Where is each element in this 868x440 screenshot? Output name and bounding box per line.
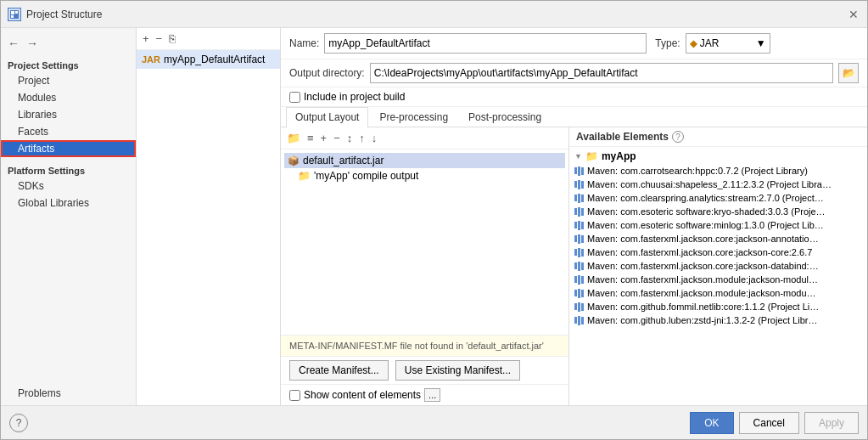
middle-toolbar: + − ⎘: [137, 28, 280, 50]
maven-icon-7: [574, 262, 584, 271]
tree-item-jar[interactable]: 📦 default_artifact.jar: [284, 153, 565, 168]
avail-item-0[interactable]: Maven: com.carrotsearch:hppc:0.7.2 (Proj…: [571, 164, 865, 178]
avail-item-6[interactable]: Maven: com.fasterxml.jackson.core:jackso…: [571, 245, 865, 259]
avail-item-4[interactable]: Maven: com.esoteric software:minlog:1.3.…: [571, 218, 865, 232]
avail-item-label-10: Maven: com.github.fommil.netlib:core:1.1…: [587, 302, 819, 312]
sidebar: ← → Project Settings Project Modules Lib…: [1, 28, 137, 405]
avail-item-1[interactable]: Maven: com.chuusai:shapeless_2.11:2.3.2 …: [571, 178, 865, 191]
tab-post-processing[interactable]: Post-processing: [459, 107, 551, 127]
tab-output-layout[interactable]: Output Layout: [286, 107, 368, 127]
name-input[interactable]: [324, 33, 647, 54]
available-parent-myapp[interactable]: ▼ 📁 myApp: [571, 149, 865, 164]
artifact-name: myApp_DefaultArtifact: [164, 54, 265, 65]
avail-item-label-1: Maven: com.chuusai:shapeless_2.11:2.3.2 …: [587, 179, 832, 189]
avail-item-11[interactable]: Maven: com.github.luben:zstd-jni:1.3.2-2…: [571, 313, 865, 327]
maven-icon-6: [574, 248, 584, 257]
svg-rect-1: [11, 11, 14, 14]
tree-item-compile-output[interactable]: 📁 'myApp' compile output: [284, 168, 565, 183]
avail-item-label-4: Maven: com.esoteric software:minlog:1.3.…: [587, 220, 824, 230]
browse-dir-button[interactable]: 📂: [838, 63, 859, 83]
project-settings-header: Project Settings: [1, 55, 136, 72]
main-content: ← → Project Settings Project Modules Lib…: [1, 28, 867, 405]
maven-icon-11: [574, 316, 584, 325]
avail-item-label-7: Maven: com.fasterxml.jackson.core:jackso…: [587, 261, 819, 271]
right-panel: Name: Type: ◆ JAR ▼ Output directory:: [281, 28, 867, 405]
sidebar-item-artifacts[interactable]: Artifacts: [1, 140, 136, 157]
avail-item-label-0: Maven: com.carrotsearch:hppc:0.7.2 (Proj…: [587, 166, 808, 176]
output-dir-input[interactable]: [370, 63, 833, 83]
cancel-button[interactable]: Cancel: [739, 412, 799, 434]
avail-item-label-6: Maven: com.fasterxml.jackson.core:jackso…: [587, 247, 812, 257]
project-structure-window: Project Structure ✕ ← → Project Settings…: [0, 0, 868, 440]
available-elements-title: Available Elements: [576, 131, 669, 143]
tree-list-btn[interactable]: ≡: [305, 131, 316, 145]
apply-button[interactable]: Apply: [804, 412, 859, 434]
name-field-row: Name:: [289, 33, 647, 54]
type-value: JAR: [700, 37, 720, 49]
remove-artifact-button[interactable]: −: [154, 31, 165, 46]
compile-output-label: 'myApp' compile output: [314, 170, 418, 182]
tree-folder-btn[interactable]: 📁: [284, 131, 303, 145]
avail-item-label-9: Maven: com.fasterxml.jackson.module:jack…: [587, 288, 816, 298]
content-area: 📁 ≡ + − ↕ ↑ ↓ 📦 default_artifact.jar: [281, 127, 867, 405]
svg-rect-3: [11, 15, 14, 18]
avail-item-7[interactable]: Maven: com.fasterxml.jackson.core:jackso…: [571, 259, 865, 273]
tab-pre-processing[interactable]: Pre-processing: [370, 107, 457, 127]
close-button[interactable]: ✕: [847, 8, 860, 21]
avail-item-8[interactable]: Maven: com.fasterxml.jackson.module:jack…: [571, 273, 865, 286]
type-dropdown-arrow: ▼: [756, 37, 766, 49]
svg-rect-2: [15, 11, 18, 14]
help-icon[interactable]: ?: [672, 131, 684, 143]
add-artifact-button[interactable]: +: [140, 31, 152, 46]
include-in-build-checkbox[interactable]: [289, 92, 300, 103]
window-title: Project Structure: [26, 8, 102, 20]
output-dir-label: Output directory:: [289, 67, 365, 79]
tree-remove-btn[interactable]: −: [331, 131, 343, 145]
available-elements-tree: ▼ 📁 myApp Maven: com.carrotsearch:hppc:0…: [569, 147, 867, 405]
tree-add-btn[interactable]: +: [318, 131, 330, 145]
title-bar: Project Structure ✕: [1, 1, 867, 28]
sidebar-nav-bar: ← →: [1, 31, 136, 55]
available-elements-header: Available Elements ?: [569, 127, 867, 147]
sidebar-item-libraries[interactable]: Libraries: [1, 106, 136, 123]
type-label: Type:: [655, 37, 680, 49]
avail-item-label-2: Maven: com.clearspring.analytics:stream:…: [587, 193, 824, 203]
sidebar-item-facets[interactable]: Facets: [1, 123, 136, 140]
type-select[interactable]: ◆ JAR ▼: [686, 33, 770, 54]
avail-item-5[interactable]: Maven: com.fasterxml.jackson.core:jackso…: [571, 232, 865, 245]
tree-up-btn[interactable]: ↑: [356, 131, 367, 145]
maven-icon-1: [574, 180, 584, 189]
maven-icon-5: [574, 234, 584, 244]
type-field-row: Type: ◆ JAR ▼: [655, 33, 770, 54]
sidebar-item-project[interactable]: Project: [1, 72, 136, 89]
nav-forward-button[interactable]: →: [25, 35, 40, 52]
manifest-warning: META-INF/MANIFEST.MF file not found in '…: [281, 335, 568, 356]
include-build-row: Include in project build: [281, 87, 867, 107]
show-content-checkbox[interactable]: [289, 390, 300, 401]
compile-output-icon: 📁: [298, 170, 311, 182]
include-build-label: Include in project build: [304, 91, 405, 103]
avail-item-3[interactable]: Maven: com.esoteric software:kryo-shaded…: [571, 205, 865, 218]
show-content-row: Show content of elements ...: [281, 384, 568, 405]
help-button[interactable]: ?: [9, 414, 28, 432]
artifact-list-item[interactable]: JAR myApp_DefaultArtifact: [137, 50, 280, 69]
more-options-button[interactable]: ...: [424, 388, 440, 402]
avail-item-2[interactable]: Maven: com.clearspring.analytics:stream:…: [571, 191, 865, 205]
sidebar-item-global-libraries[interactable]: Global Libraries: [1, 195, 136, 212]
avail-item-10[interactable]: Maven: com.github.fommil.netlib:core:1.1…: [571, 300, 865, 313]
avail-item-9[interactable]: Maven: com.fasterxml.jackson.module:jack…: [571, 286, 865, 300]
output-dir-row: Output directory: 📂: [281, 59, 867, 87]
tree-sort-btn[interactable]: ↕: [344, 131, 356, 145]
sidebar-item-problems[interactable]: Problems: [1, 385, 136, 402]
ok-button[interactable]: OK: [690, 412, 733, 434]
copy-artifact-button[interactable]: ⎘: [166, 31, 178, 46]
sidebar-item-sdks[interactable]: SDKs: [1, 178, 136, 195]
chevron-down-icon: ▼: [574, 152, 582, 161]
sidebar-item-modules[interactable]: Modules: [1, 89, 136, 106]
nav-back-button[interactable]: ←: [6, 35, 21, 52]
bottom-bar: ? OK Cancel Apply: [1, 405, 867, 439]
use-existing-manifest-button[interactable]: Use Existing Manifest...: [395, 360, 520, 381]
maven-icon-0: [574, 166, 584, 176]
create-manifest-button[interactable]: Create Manifest...: [289, 360, 389, 381]
tree-down-btn[interactable]: ↓: [369, 131, 380, 145]
